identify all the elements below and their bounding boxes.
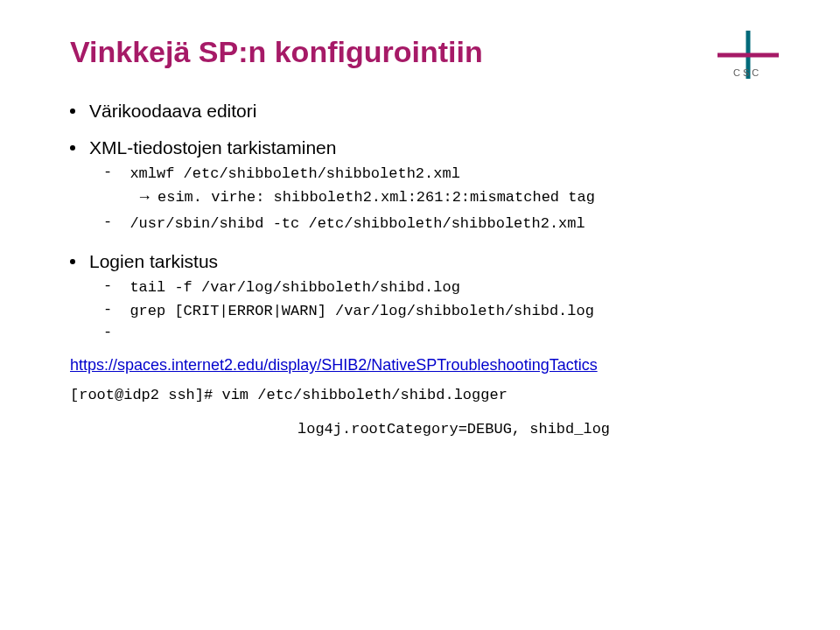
bullet-text: Logien tarkistus — [89, 251, 218, 272]
code-line: log4j.rootCategory=DEBUG, shibd_log — [298, 419, 770, 441]
troubleshooting-link[interactable]: https://spaces.internet2.edu/display/SHI… — [70, 356, 598, 374]
bullet-dot-icon — [70, 259, 75, 264]
bullet-dot-icon — [70, 108, 75, 114]
link-row: https://spaces.internet2.edu/display/SHI… — [70, 356, 770, 374]
code-line: [root@idp2 ssh]# vim /etc/shibboleth/shi… — [70, 385, 770, 407]
dash-icon: - — [103, 324, 112, 340]
bullet-dot-icon — [70, 145, 75, 150]
slide: CSC Vinkkejä SP:n konfigurointiin Väriko… — [0, 0, 840, 630]
bullet-item: Logien tarkistus - tail -f /var/log/shib… — [70, 251, 770, 340]
sub-item: - tail -f /var/log/shibboleth/shibd.log — [103, 277, 770, 299]
bullet-text: XML-tiedostojen tarkistaminen — [89, 137, 336, 158]
dash-icon: - — [103, 277, 121, 294]
page-title: Vinkkejä SP:n konfigurointiin — [70, 35, 770, 69]
sub-list: - /usr/sbin/shibd -tc /etc/shibboleth/sh… — [103, 214, 770, 235]
code-text: xmlwf /etc/shibboleth/shibboleth2.xml — [130, 164, 459, 186]
bullet-item: XML-tiedostojen tarkistaminen - xmlwf /e… — [70, 137, 770, 235]
error-example-line: → esim. virhe: shibboleth2.xml:261:2:mis… — [136, 187, 770, 209]
code-text: grep [CRIT|ERROR|WARN] /var/log/shibbole… — [130, 301, 594, 323]
code-text: /usr/sbin/shibd -tc /etc/shibboleth/shib… — [130, 214, 584, 235]
arrow-right-icon: → — [136, 188, 152, 206]
bullet-text: Värikoodaava editori — [89, 101, 256, 122]
dash-icon: - — [103, 214, 121, 230]
sub-item: - xmlwf /etc/shibboleth/shibboleth2.xml — [103, 164, 770, 186]
bullet-item: Värikoodaava editori — [70, 101, 770, 122]
code-text: tail -f /var/log/shibboleth/shibd.log — [130, 277, 459, 299]
dash-icon: - — [103, 301, 121, 318]
sub-item: - /usr/sbin/shibd -tc /etc/shibboleth/sh… — [103, 214, 770, 235]
sub-item: - grep [CRIT|ERROR|WARN] /var/log/shibbo… — [103, 301, 770, 323]
bullet-list: Värikoodaava editori XML-tiedostojen tar… — [70, 101, 770, 340]
sub-item: - — [103, 324, 770, 340]
code-text: esim. virhe: shibboleth2.xml:261:2:misma… — [158, 187, 595, 209]
sub-list: - xmlwf /etc/shibboleth/shibboleth2.xml — [103, 164, 770, 186]
svg-text:CSC: CSC — [733, 67, 761, 78]
csc-logo: CSC — [709, 31, 788, 92]
code-block: [root@idp2 ssh]# vim /etc/shibboleth/shi… — [70, 385, 770, 440]
dash-icon: - — [103, 164, 121, 180]
sub-list: - tail -f /var/log/shibboleth/shibd.log … — [103, 277, 770, 340]
